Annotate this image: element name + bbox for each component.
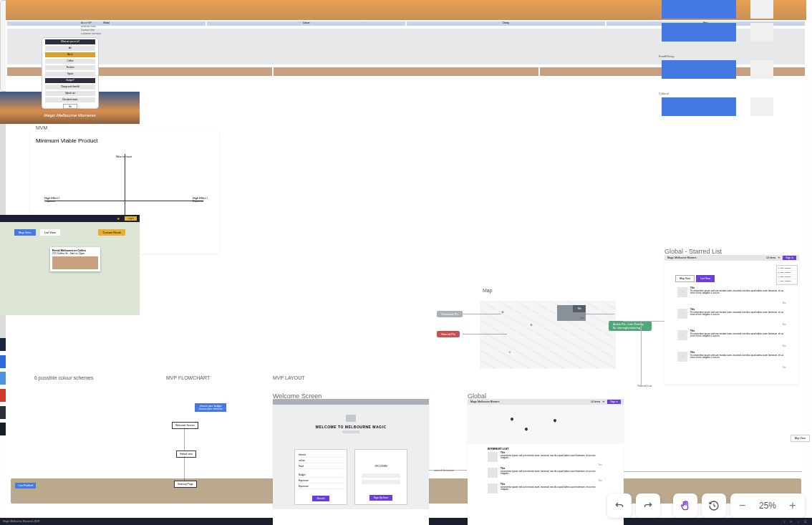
info-star: Star <box>580 317 584 319</box>
signup-button: Sign Up here <box>369 495 392 501</box>
axis-right-label: High Effort / Expense <box>193 197 208 203</box>
info-title: Title <box>573 305 586 312</box>
global-frame[interactable]: Magic Melbourne Moment 14 items ★ Sign i… <box>468 399 624 525</box>
form-option: Decadent treats <box>45 97 95 102</box>
zoom-in-button[interactable]: + <box>783 499 802 512</box>
map-pin-icon <box>510 417 514 421</box>
map-diagram[interactable]: Unstarred Pin Starred Pin Active Pin - i… <box>430 294 616 380</box>
bottom-toolbar: − 25% + <box>607 493 805 518</box>
finished-button: I am Finished <box>15 483 36 488</box>
list-item: ▭Titleconsectetur ipsum sed sum minatis … <box>488 452 604 462</box>
section-label: Global - Starred List <box>664 248 722 255</box>
map-popup: Rental Melbourne on Collins 221 Collins … <box>50 247 100 271</box>
section-label: MVP LAYOUT <box>273 375 304 380</box>
map-view-tab: Map View <box>14 229 36 236</box>
axis-left-label: High Effort / Expense <box>44 197 59 203</box>
: Login <box>125 216 137 221</box>
map-view-chip: Map View <box>791 435 810 442</box>
list-item: ▭Titleconsectetur ipsum sed sum minatis … <box>488 483 604 493</box>
logo-placeholder <box>346 415 356 422</box>
hand-tool-button[interactable] <box>673 493 697 518</box>
form-option: Fashion <box>45 65 95 70</box>
map-pin-icon <box>524 427 528 431</box>
list-item: ▭TitleSi consectetur ipsum sed sum minat… <box>675 350 788 364</box>
form-option: Art <box>45 46 95 51</box>
zoom-control: − 25% + <box>730 493 805 518</box>
item-count: 14 items <box>766 256 775 259</box>
mvm-label: MVM <box>36 125 47 130</box>
hero-title: Magic Melbourne Moments <box>0 113 140 117</box>
map-pin-icon <box>553 418 557 423</box>
signin-button: Sign in <box>607 400 621 404</box>
star-icon: ★ <box>778 256 780 259</box>
zoom-out-button[interactable]: − <box>733 499 752 512</box>
axis-top-label: Nice to have <box>116 155 132 158</box>
starred-list-frame[interactable]: Magic Melbourne Moment 14 items ★ Sign i… <box>664 255 799 384</box>
active-pin-node: Active Pin - info Overlay for starring/u… <box>609 321 652 331</box>
mvp2-title: Minimum Viable Product <box>30 132 219 144</box>
custom-route-button: Custom Route <box>98 229 125 236</box>
list-item: ▭TitleSi consectetur ipsum sed sum minat… <box>675 307 788 321</box>
section-label: MVP FLOWCHART <box>166 375 210 380</box>
interest-form: Interest⌄ culture Food Budget⌄ Expensive… <box>294 449 347 505</box>
form-option: Cheap and cheerful <box>45 85 95 90</box>
redo-button[interactable] <box>636 493 660 518</box>
brand-text: Magic Melbourne Moment <box>470 400 499 403</box>
star-label: Star <box>664 345 786 347</box>
list-item: ▭TitleSi consectetur ipsum sed sum minat… <box>675 328 788 342</box>
star-label: Star <box>664 366 786 369</box>
star-label: Star <box>664 302 786 304</box>
zoom-level[interactable]: 25% <box>752 501 783 511</box>
pin-icon: ⌖ <box>508 350 511 355</box>
ipad-tab: Dining <box>407 21 605 26</box>
unstarred-pin-node: Unstarred Pin <box>437 311 463 317</box>
history-button[interactable] <box>702 493 726 518</box>
login-form: OR LOGIN Sign Up here <box>354 449 407 505</box>
footer-text: Magic Melbourne Moments 2018 <box>3 520 39 523</box>
star-popup: 1. Title, location 2. Title, location 3.… <box>776 265 798 285</box>
ipad-side-link: customer services <box>81 32 101 36</box>
pin-icon: ⌖ <box>501 309 504 315</box>
connector-label: Starred List <box>637 384 652 387</box>
flow-node: Global view <box>176 451 196 458</box>
list-view-tab: List View <box>40 229 60 236</box>
go-button: Go <box>63 104 77 109</box>
welcome-title: WELCOME TO MELBOURNE MAGIC <box>277 425 425 429</box>
pin-icon: ⌖ <box>530 322 533 328</box>
form-question: What are you in to? <box>45 39 95 44</box>
star-label: Star <box>468 463 602 466</box>
ipad-tab: Culture <box>207 21 405 26</box>
undo-button[interactable] <box>607 493 632 518</box>
form-question: Budget? <box>45 78 95 83</box>
starred-pin-node: Starred Pin <box>437 331 460 337</box>
section-label: 6 possible colour schemes <box>34 375 94 380</box>
form-option-selected: Music <box>45 52 95 57</box>
flow-note: choose your budget choose your interests <box>195 403 226 412</box>
list-view-toggle: List View <box>696 275 715 282</box>
interest-heading: INTEREST LIST <box>488 447 624 451</box>
form-option: Splash out <box>45 91 95 96</box>
brand-text: Magic Melbourne Moment <box>667 256 696 259</box>
flow-node: Itinerary Page <box>174 481 197 488</box>
list-item: ▭TitleSi consectetur ipsum sed sum minat… <box>675 285 788 299</box>
welcome-screen-frame[interactable]: WELCOME TO MELBOURNE MAGIC Interest⌄ cul… <box>273 399 429 525</box>
form-option: Sports <box>45 72 95 77</box>
signin-button: Sign in <box>783 256 796 260</box>
star-label: Star <box>468 479 602 482</box>
item-count: 14 items <box>591 400 600 403</box>
connector-label: search between <box>434 468 454 472</box>
list-item: ▭Titleconsectetur ipsum sed sum minatis … <box>488 468 604 478</box>
map-label: Map <box>483 288 493 293</box>
ipad-tab: Global <box>7 21 206 26</box>
star-icon: ★ <box>117 216 120 221</box>
mvp-flowchart[interactable]: choose your budget choose your interests… <box>165 398 251 505</box>
star-icon: ★ <box>602 400 605 403</box>
layout-blocks[interactable]: Food/Dining Cultural <box>644 0 802 122</box>
block-section-label: Food/Dining <box>659 54 675 58</box>
form-option: Coffee <box>45 59 95 64</box>
block-section-label: Cultural <box>659 92 669 95</box>
search-button: Search <box>312 496 329 501</box>
star-label: Star <box>664 323 786 326</box>
flow-node: Welcome Screen <box>172 422 198 429</box>
map-view-toggle: Map View <box>675 275 695 282</box>
